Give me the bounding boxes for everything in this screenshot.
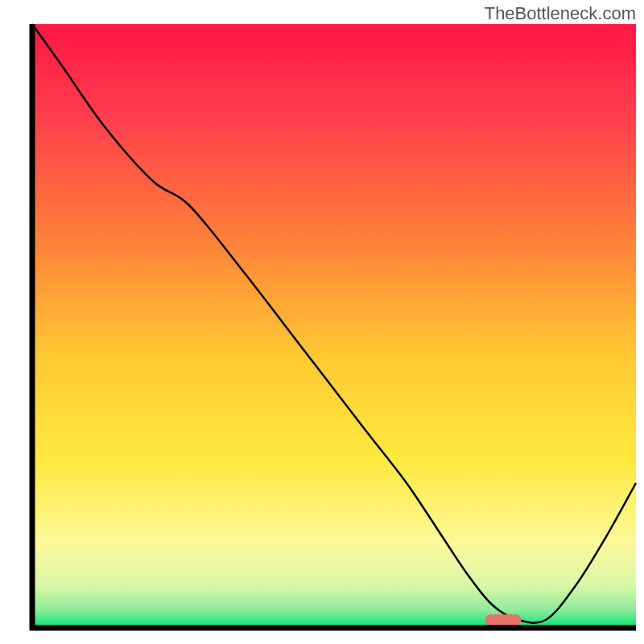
bottleneck-chart <box>0 0 644 644</box>
chart-container: TheBottleneck.com <box>0 0 644 644</box>
optimal-marker <box>485 614 522 625</box>
plot-gradient-background <box>32 24 636 628</box>
watermark-text: TheBottleneck.com <box>485 3 636 24</box>
